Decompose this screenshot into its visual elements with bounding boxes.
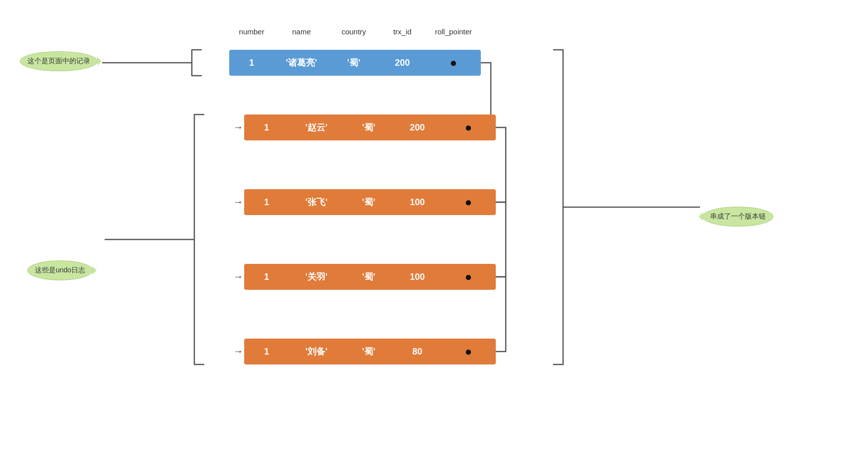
data-row-row-undo1: 1'赵云''蜀'200● [244,115,496,140]
row-undo1: →1'赵云''蜀'200● [244,115,496,140]
arrow-row-undo4: → [233,346,243,357]
cell-row-page-2: '蜀' [329,50,379,76]
cell-row-undo4-3: 80 [394,339,441,364]
col-header-0: number [229,27,274,36]
row-undo4: →1'刘备''蜀'80● [244,339,496,364]
cell-row-undo4-1: '刘备' [289,339,344,364]
cell-row-undo2-4: ● [441,189,496,215]
arrow-row-undo3: → [233,271,243,282]
cell-row-undo3-0: 1 [244,264,289,290]
row-page: 1'诸葛亮''蜀'200● [229,50,481,76]
col-header-1: name [274,27,329,36]
arrow-row-undo2: → [233,196,243,208]
cell-row-undo3-4: ● [441,264,496,290]
cell-row-undo3-3: 100 [394,264,441,290]
cell-row-undo2-1: '张飞' [289,189,344,215]
cell-row-undo4-2: '蜀' [344,339,394,364]
col-header-4: roll_pointer [426,27,481,36]
cell-row-undo2-0: 1 [244,189,289,215]
cell-row-undo1-4: ● [441,115,496,140]
arrow-row-undo1: → [233,121,243,133]
cell-row-undo1-3: 200 [394,115,441,140]
bubble-undo: 这些是undo日志 [27,260,93,280]
data-row-row-undo4: 1'刘备''蜀'80● [244,339,496,364]
cell-row-page-1: '诸葛亮' [274,50,329,76]
cell-row-undo1-1: '赵云' [289,115,344,140]
cell-row-undo4-4: ● [441,339,496,364]
column-headers: numbernamecountrytrx_idroll_pointer [229,27,481,36]
bubble-page: 这个是页面中的记录 [20,51,98,71]
cell-row-undo1-0: 1 [244,115,289,140]
row-undo2: →1'张飞''蜀'100● [244,189,496,215]
data-row-row-page: 1'诸葛亮''蜀'200● [229,50,481,76]
cell-row-undo2-3: 100 [394,189,441,215]
row-undo3: →1'关羽''蜀'100● [244,264,496,290]
col-header-2: country [329,27,379,36]
cell-row-page-0: 1 [229,50,274,76]
cell-row-undo2-2: '蜀' [344,189,394,215]
cell-row-undo3-1: '关羽' [289,264,344,290]
cell-row-undo4-0: 1 [244,339,289,364]
cell-row-page-4: ● [426,50,481,76]
data-row-row-undo3: 1'关羽''蜀'100● [244,264,496,290]
cell-row-undo3-2: '蜀' [344,264,394,290]
data-row-row-undo2: 1'张飞''蜀'100● [244,189,496,215]
bubble-chain: 串成了一个版本链 [703,207,773,227]
cell-row-page-3: 200 [379,50,426,76]
cell-row-undo1-2: '蜀' [344,115,394,140]
col-header-3: trx_id [379,27,426,36]
diagram-container: numbernamecountrytrx_idroll_pointer 1'诸葛… [0,0,868,476]
